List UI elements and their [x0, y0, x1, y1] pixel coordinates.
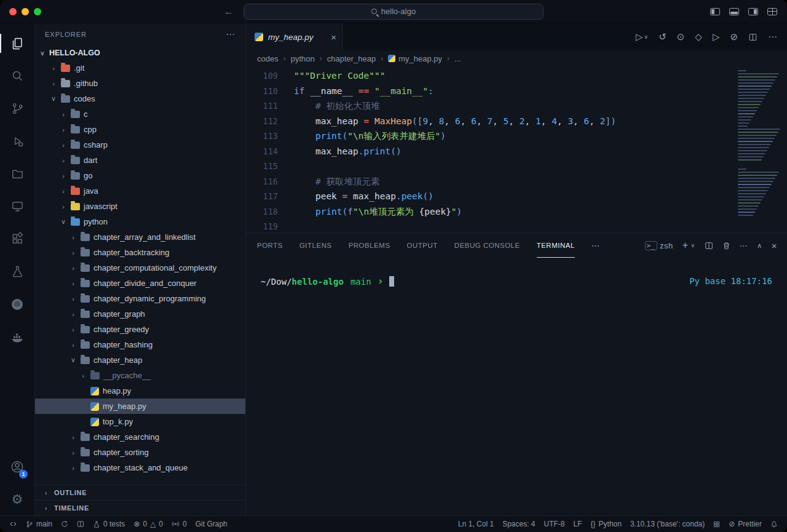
close-panel-icon[interactable]: ×	[772, 240, 777, 251]
explorer-icon[interactable]	[0, 27, 34, 60]
more-actions-icon[interactable]: ⋯	[768, 31, 777, 42]
tree-item-csharp[interactable]: ›csharp	[35, 137, 245, 153]
tree-item-github[interactable]: ›.github	[35, 76, 245, 91]
ports-status[interactable]: 0	[167, 516, 191, 532]
search-view-icon[interactable]	[0, 60, 34, 92]
remote-status[interactable]	[5, 516, 22, 532]
eol-status[interactable]: LF	[569, 516, 587, 532]
code-line[interactable]: 115	[246, 159, 787, 174]
split-terminal-icon[interactable]	[705, 242, 713, 250]
tree-item-chapter-sorting[interactable]: ›chapter_sorting	[35, 445, 245, 460]
tree-item-my-heap-py[interactable]: my_heap.py	[35, 399, 245, 414]
tree-item-heap-py[interactable]: heap.py	[35, 383, 245, 399]
panel-tab-debug-console[interactable]: DEBUG CONSOLE	[454, 233, 520, 258]
code-line[interactable]: 113 print("\n输入列表并建堆后")	[246, 129, 787, 144]
panel-tabs-overflow-icon[interactable]: ⋯	[591, 240, 601, 250]
code-line[interactable]: 114 max_heap.print()	[246, 144, 787, 159]
run-python-file-button[interactable]: ▷∨	[636, 31, 648, 42]
diamond-icon[interactable]: ◇	[695, 31, 702, 42]
code-line[interactable]: 111 # 初始化大顶堆	[246, 98, 787, 114]
settings-gear-icon[interactable]: ⚙	[0, 483, 34, 515]
code-line[interactable]: 109"""Driver Code"""	[246, 68, 787, 84]
panel-tab-gitlens[interactable]: GITLENS	[299, 233, 332, 258]
toggle-panel-icon[interactable]	[729, 8, 739, 15]
branch-status[interactable]: main	[22, 516, 57, 532]
close-window-button[interactable]	[9, 8, 17, 15]
github-icon[interactable]	[0, 288, 34, 320]
layout-status[interactable]	[73, 516, 89, 532]
docker-icon[interactable]	[0, 320, 34, 353]
target-icon[interactable]: ⊙	[677, 31, 685, 42]
maximize-panel-icon[interactable]: ∧	[757, 242, 762, 250]
circle-slash-icon[interactable]: ⊘	[730, 31, 738, 42]
tree-item-chapter-greedy[interactable]: ›chapter_greedy	[35, 322, 245, 337]
code-line[interactable]: 110if __name__ == "__main__":	[246, 84, 787, 99]
tab-close-icon[interactable]: ×	[331, 32, 336, 42]
outline-section[interactable]: › OUTLINE	[35, 485, 245, 500]
history-icon[interactable]: ↺	[658, 31, 666, 42]
tree-item-chapter-hashing[interactable]: ›chapter_hashing	[35, 337, 245, 352]
tree-item-c[interactable]: ›c	[35, 106, 245, 122]
panel-tab-problems[interactable]: PROBLEMS	[349, 233, 390, 258]
toggle-secondary-sidebar-icon[interactable]	[748, 8, 758, 15]
encoding-status[interactable]: UTF-8	[540, 516, 569, 532]
toggle-primary-sidebar-icon[interactable]	[710, 8, 720, 15]
indentation-status[interactable]: Spaces: 4	[498, 516, 539, 532]
tree-item-python[interactable]: ∨python	[35, 214, 245, 229]
extension-status-status[interactable]	[709, 516, 724, 532]
sync-status[interactable]	[57, 516, 73, 532]
tree-item-chapter-computational-complexity[interactable]: ›chapter_computational_complexity	[35, 260, 245, 276]
tree-item-chapter-backtracking[interactable]: ›chapter_backtracking	[35, 245, 245, 260]
customize-layout-icon[interactable]	[767, 8, 777, 15]
code-line[interactable]: 118 print(f"\n堆顶元素为 {peek}")	[246, 204, 787, 220]
tree-item-chapter-searching[interactable]: ›chapter_searching	[35, 429, 245, 445]
command-center-search[interactable]: hello-algo	[243, 4, 544, 20]
tree-item-chapter-array-and-linkedlist[interactable]: ›chapter_array_and_linkedlist	[35, 229, 245, 245]
back-button[interactable]: ←	[224, 6, 234, 17]
breadcrumb-codes[interactable]: codes	[257, 54, 279, 63]
tree-item-chapter-divide-and-conquer[interactable]: ›chapter_divide_and_conquer	[35, 276, 245, 291]
problems-status[interactable]: ⊗0△0	[129, 516, 167, 532]
run-debug-icon[interactable]	[0, 125, 34, 157]
breadcrumb-symbol[interactable]: ...	[454, 54, 461, 63]
panel-tab-output[interactable]: OUTPUT	[407, 233, 438, 258]
terminal[interactable]: ~/Dow/hello-algo main › Py base 18:17:16	[246, 258, 787, 515]
testing-icon[interactable]	[0, 255, 34, 288]
breadcrumb-python[interactable]: python	[291, 54, 315, 63]
remote-explorer-icon[interactable]	[0, 190, 34, 223]
minimap[interactable]	[738, 70, 782, 218]
terminal-shell-selector[interactable]: >_ zsh	[645, 241, 673, 250]
tree-item-top-k-py[interactable]: top_k.py	[35, 414, 245, 429]
tree-root-hello-algo[interactable]: ∨ HELLO-ALGO	[35, 46, 245, 60]
code-line[interactable]: 119	[246, 219, 787, 232]
source-control-icon[interactable]	[0, 92, 34, 125]
tree-item-chapter-heap[interactable]: ∨chapter_heap	[35, 352, 245, 368]
tree-item-git[interactable]: ›.git	[35, 60, 245, 76]
code-line[interactable]: 116 # 获取堆顶元素	[246, 174, 787, 189]
tree-item-chapter-dynamic-programming[interactable]: ›chapter_dynamic_programming	[35, 291, 245, 306]
zoom-window-button[interactable]	[34, 8, 41, 15]
code-line[interactable]: 117 peek = max_heap.peek()	[246, 189, 787, 204]
notifications-status[interactable]	[766, 516, 782, 532]
tree-item-codes[interactable]: ∨codes	[35, 91, 245, 106]
tree-item-go[interactable]: ›go	[35, 168, 245, 183]
prettier-status[interactable]: ⊘Prettier	[724, 516, 766, 532]
tree-item-dart[interactable]: ›dart	[35, 153, 245, 168]
tree-item-javascript[interactable]: ›javascript	[35, 199, 245, 214]
code-line[interactable]: 112 max_heap = MaxHeap([9, 8, 6, 6, 7, 5…	[246, 114, 787, 129]
extensions-icon[interactable]	[0, 223, 34, 255]
tree-item-chapter-stack-and-queue[interactable]: ›chapter_stack_and_queue	[35, 460, 245, 475]
breadcrumb-chapter-heap[interactable]: chapter_heap	[327, 54, 376, 63]
split-editor-icon[interactable]	[748, 33, 757, 41]
tab-my-heap[interactable]: my_heap.py ×	[246, 23, 343, 50]
minimize-window-button[interactable]	[22, 8, 29, 15]
explorer-more-actions-icon[interactable]: ⋯	[226, 29, 235, 40]
tree-item-java[interactable]: ›java	[35, 183, 245, 199]
kill-terminal-icon[interactable]	[722, 242, 730, 250]
timeline-section[interactable]: › TIMELINE	[35, 500, 245, 515]
tests-status[interactable]: 0 tests	[89, 516, 129, 532]
tree-item-cpp[interactable]: ›cpp	[35, 122, 245, 137]
code-editor[interactable]: 109"""Driver Code"""110if __name__ == "_…	[246, 66, 787, 232]
cursor-position-status[interactable]: Ln 1, Col 1	[454, 516, 498, 532]
language-mode-status[interactable]: {}Python	[587, 516, 626, 532]
